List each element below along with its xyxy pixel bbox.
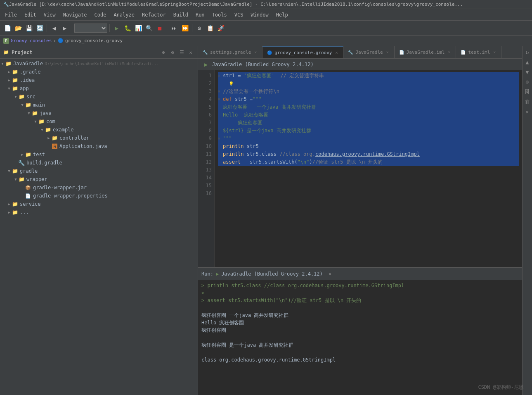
tree-item-wrapper[interactable]: ▼ 📁 wrapper	[0, 175, 198, 183]
tree-arrow: ▼	[7, 169, 12, 173]
toolbar-profile-btn[interactable]: 🔍	[144, 23, 154, 33]
settings-gradle-icon: 🔧	[202, 49, 208, 55]
toolbar-coverage-btn[interactable]: 📊	[133, 23, 143, 33]
menu-edit[interactable]: Edit	[21, 11, 40, 19]
menu-build[interactable]: Build	[170, 11, 192, 19]
tree-item-src[interactable]: ▼ 📁 src	[0, 93, 198, 101]
tree-item-controller[interactable]: ▶ 📁 controller	[0, 134, 198, 142]
tab-label: groovy_console.groovy	[274, 50, 332, 55]
tree-item-idea[interactable]: ▶ 📁 .idea	[0, 76, 198, 84]
tree-item-build-gradle[interactable]: 🔧 build.gradle	[0, 159, 198, 167]
panel-gear-btn[interactable]: ☰	[178, 49, 185, 56]
tree-path: D:\dev\cache\JavaAndKotlinMultiModulesGr…	[45, 62, 159, 66]
fold-icon[interactable]: ⊖	[218, 135, 223, 143]
output-line-9: 疯狂创客圈 是一个java 高并发研究社群	[201, 341, 519, 349]
menu-analyze[interactable]: Analyze	[110, 11, 138, 19]
menu-window[interactable]: Window	[247, 11, 272, 19]
breadcrumb-file[interactable]: groovy_console.groovy	[65, 38, 123, 43]
menu-file[interactable]: File	[2, 11, 20, 19]
line-num-10: 10	[198, 143, 212, 150]
breadcrumb-groovy-consoles[interactable]: Groovy consoles	[11, 38, 52, 43]
tree-label: service	[20, 201, 41, 207]
tab-javagradle-iml[interactable]: 📄 JavaGradle.iml ×	[395, 46, 456, 58]
menu-tools[interactable]: Tools	[209, 11, 230, 19]
panel-settings-btn[interactable]: ⚙	[169, 49, 176, 56]
javagradle-icon: 🔧	[348, 49, 353, 55]
tree-item-javagradle[interactable]: ▼ 📁 JavaGradle D:\dev\cache\JavaAndKotli…	[0, 59, 198, 68]
tab-settings-gradle[interactable]: 🔧 settings.gradle ×	[198, 46, 262, 58]
tab-groovy-console[interactable]: 🔵 groovy_console.groovy ×	[262, 46, 343, 58]
tab-close[interactable]: ×	[253, 50, 258, 55]
toolbar-deploy-btn[interactable]: 🚀	[216, 23, 226, 33]
code-content[interactable]: ⊖ str1 = '疯狂创客圈' // 定义普通字符串 💡 ⊖ //这里会有一个…	[215, 70, 522, 267]
tree-label: build.gradle	[26, 160, 62, 166]
tree-item-service[interactable]: ▶ 📁 service	[0, 200, 198, 208]
panel-sync-btn[interactable]: ⊕	[160, 49, 167, 56]
iml-icon: 📄	[399, 49, 404, 55]
toolbar-sep3	[109, 24, 110, 32]
editor-area: 1 2 3 4 5 6 7 8 9 10 11 12 13 14 15 16	[198, 70, 522, 267]
toolbar-run-btn[interactable]: ▶	[112, 23, 122, 33]
tree-item-test[interactable]: ▶ 📁 test	[0, 150, 198, 159]
strip-reload-btn[interactable]: ↻	[523, 48, 532, 56]
tab-close[interactable]: ×	[334, 50, 339, 55]
tab-close[interactable]: ×	[385, 50, 390, 55]
menu-vcs[interactable]: VCS	[231, 11, 247, 19]
strip-down-btn[interactable]: ▼	[523, 68, 532, 76]
toolbar-sync-btn[interactable]: 🔄	[35, 23, 45, 33]
tree-item-com[interactable]: ▼ 📁 com	[0, 117, 198, 126]
panel-close-btn[interactable]: ✕	[187, 49, 194, 56]
run-play-btn[interactable]: ▶	[202, 61, 210, 68]
menu-view[interactable]: View	[40, 11, 59, 19]
strip-up-btn[interactable]: ▲	[523, 58, 532, 66]
folder-icon: 📁	[5, 60, 12, 67]
tree-item-gradle-hidden[interactable]: ▶ 📁 .gradle	[0, 68, 198, 76]
toolbar-tasks-btn[interactable]: 📋	[205, 23, 215, 33]
toolbar-stop-btn[interactable]: ■	[155, 23, 165, 33]
strip-delete-btn[interactable]: 🗑	[523, 98, 532, 106]
strip-database-btn[interactable]: 🗄	[523, 88, 532, 96]
menu-code[interactable]: Code	[91, 11, 110, 19]
menu-help[interactable]: Help	[273, 11, 291, 19]
tree-item-wrapper-props[interactable]: 📄 gradle-wrapper.properties	[0, 192, 198, 200]
fold-icon[interactable]: ⊖	[218, 95, 223, 103]
toolbar-forward-btn[interactable]: ▶	[60, 23, 70, 33]
toolbar-back-btn[interactable]: ◀	[49, 23, 59, 33]
tree-arrow: ▼	[20, 103, 25, 107]
toolbar-debug-btn[interactable]: 🐛	[123, 23, 132, 33]
toolbar-step-btn[interactable]: ⏭	[169, 23, 179, 33]
tab-close[interactable]: ×	[492, 50, 497, 55]
menu-navigate[interactable]: Navigate	[60, 11, 90, 19]
toolbar-save-btn[interactable]: 💾	[24, 23, 34, 33]
menu-refactor[interactable]: Refactor	[139, 11, 169, 19]
run-panel-close-btn[interactable]: ×	[329, 271, 334, 277]
tree-item-more[interactable]: ▶ 📁 ...	[0, 208, 198, 217]
tree-item-java[interactable]: ▼ 📁 java	[0, 109, 198, 117]
tree-item-wrapper-jar[interactable]: 📦 gradle-wrapper.jar	[0, 183, 198, 192]
tab-javagradle[interactable]: 🔧 JavaGradle ×	[343, 46, 394, 58]
run-bar: ▶ JavaGradle (Bundled Groovy 2.4.12)	[198, 59, 522, 70]
toolbar-open-btn[interactable]: 📂	[13, 23, 23, 33]
fold-icon[interactable]: ⊖	[218, 72, 223, 80]
toolbar-new-btn[interactable]: 📄	[2, 23, 12, 33]
tab-close[interactable]: ×	[447, 50, 452, 55]
toolbar-config-dropdown[interactable]	[74, 24, 107, 33]
strip-close-btn[interactable]: ✕	[523, 107, 532, 116]
java-file-icon: 🅰	[51, 143, 58, 150]
toolbar-step2-btn[interactable]: ⏩	[180, 23, 190, 33]
tree-item-example[interactable]: ▼ 📁 example	[0, 126, 198, 134]
fold-icon[interactable]: ⊖	[218, 88, 223, 95]
tree-label: java	[40, 110, 52, 116]
menu-run[interactable]: Run	[192, 11, 208, 19]
tree-item-main[interactable]: ▼ 📁 main	[0, 101, 198, 109]
code-text: assert str5.startsWith("\n")//验证 str5 是以…	[223, 158, 383, 166]
tree-item-app[interactable]: ▼ 📁 app	[0, 84, 198, 93]
tree-item-gradle[interactable]: ▼ 📁 gradle	[0, 167, 198, 175]
tab-test-iml[interactable]: 📄 test.iml ×	[456, 46, 501, 58]
strip-filter-btn[interactable]: ⊕	[523, 78, 532, 86]
tree-item-application-java[interactable]: 🅰 Application.java	[0, 142, 198, 150]
tree-label: com	[46, 119, 55, 124]
folder-icon: 📁	[25, 151, 31, 158]
tab-label: settings.gradle	[210, 50, 251, 55]
toolbar-settings-btn[interactable]: ⚙	[194, 23, 204, 33]
